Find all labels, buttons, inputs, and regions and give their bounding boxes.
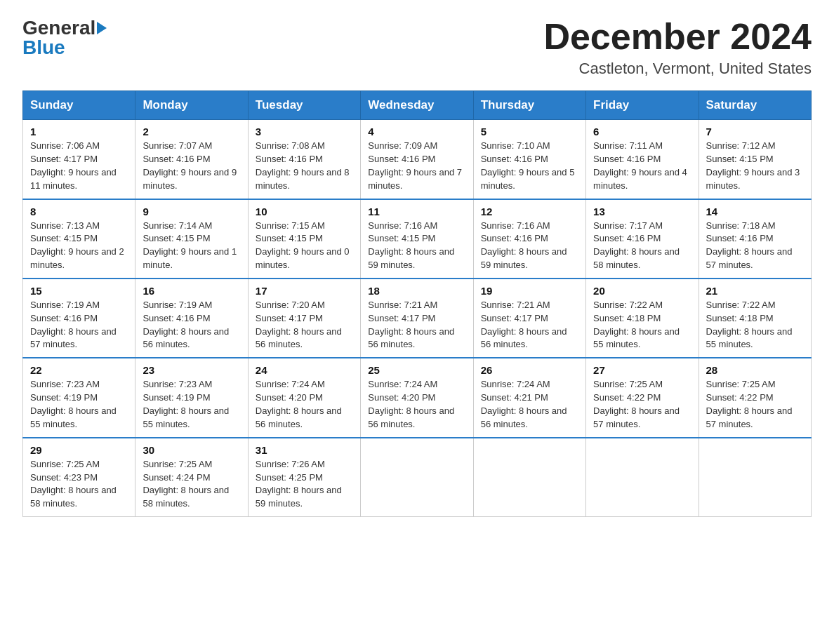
day-info: Sunrise: 7:07 AMSunset: 4:16 PMDaylight:…: [143, 140, 240, 192]
day-info: Sunrise: 7:19 AMSunset: 4:16 PMDaylight:…: [143, 299, 240, 351]
day-info: Sunrise: 7:25 AMSunset: 4:22 PMDaylight:…: [706, 378, 804, 431]
day-number: 17: [256, 285, 353, 297]
day-info: Sunrise: 7:24 AMSunset: 4:20 PMDaylight:…: [256, 378, 353, 431]
calendar-cell: 3Sunrise: 7:08 AMSunset: 4:16 PMDaylight…: [248, 120, 360, 199]
day-info: Sunrise: 7:21 AMSunset: 4:17 PMDaylight:…: [368, 299, 465, 351]
calendar-cell: 18Sunrise: 7:21 AMSunset: 4:17 PMDayligh…: [361, 279, 473, 358]
calendar-cell: 23Sunrise: 7:23 AMSunset: 4:19 PMDayligh…: [135, 358, 248, 437]
day-info: Sunrise: 7:20 AMSunset: 4:17 PMDaylight:…: [256, 299, 353, 351]
calendar-header-row: SundayMondayTuesdayWednesdayThursdayFrid…: [23, 91, 812, 120]
day-info: Sunrise: 7:09 AMSunset: 4:16 PMDaylight:…: [368, 140, 465, 192]
logo-blue-text: Blue: [22, 36, 65, 59]
calendar-cell: 20Sunrise: 7:22 AMSunset: 4:18 PMDayligh…: [586, 279, 699, 358]
day-header-sunday: Sunday: [23, 91, 135, 120]
calendar-cell: 6Sunrise: 7:11 AMSunset: 4:16 PMDaylight…: [586, 120, 699, 199]
day-info: Sunrise: 7:26 AMSunset: 4:25 PMDaylight:…: [256, 458, 353, 511]
day-info: Sunrise: 7:12 AMSunset: 4:15 PMDaylight:…: [706, 140, 804, 192]
calendar-cell: 12Sunrise: 7:16 AMSunset: 4:16 PMDayligh…: [473, 199, 585, 279]
calendar-cell: [361, 438, 473, 517]
day-info: Sunrise: 7:14 AMSunset: 4:15 PMDaylight:…: [143, 220, 240, 272]
day-info: Sunrise: 7:13 AMSunset: 4:15 PMDaylight:…: [30, 220, 128, 272]
calendar-cell: 5Sunrise: 7:10 AMSunset: 4:16 PMDaylight…: [473, 120, 585, 199]
day-number: 2: [143, 126, 240, 137]
calendar-cell: 30Sunrise: 7:25 AMSunset: 4:24 PMDayligh…: [135, 438, 248, 517]
day-number: 8: [30, 206, 128, 217]
day-number: 4: [368, 126, 465, 137]
calendar-cell: 24Sunrise: 7:24 AMSunset: 4:20 PMDayligh…: [248, 358, 360, 437]
day-number: 25: [368, 364, 465, 376]
calendar-cell: 1Sunrise: 7:06 AMSunset: 4:17 PMDaylight…: [23, 120, 135, 199]
calendar-week-row: 8Sunrise: 7:13 AMSunset: 4:15 PMDaylight…: [23, 199, 812, 279]
day-number: 1: [30, 126, 128, 137]
day-info: Sunrise: 7:22 AMSunset: 4:18 PMDaylight:…: [593, 299, 691, 351]
calendar-cell: 2Sunrise: 7:07 AMSunset: 4:16 PMDaylight…: [135, 120, 248, 199]
day-info: Sunrise: 7:15 AMSunset: 4:15 PMDaylight:…: [256, 220, 353, 272]
day-number: 19: [481, 285, 578, 297]
day-number: 23: [143, 364, 240, 376]
day-header-wednesday: Wednesday: [361, 91, 473, 120]
calendar-cell: 27Sunrise: 7:25 AMSunset: 4:22 PMDayligh…: [586, 358, 699, 437]
day-info: Sunrise: 7:11 AMSunset: 4:16 PMDaylight:…: [593, 140, 691, 192]
calendar-cell: 15Sunrise: 7:19 AMSunset: 4:16 PMDayligh…: [23, 279, 135, 358]
day-info: Sunrise: 7:17 AMSunset: 4:16 PMDaylight:…: [593, 220, 691, 272]
calendar-cell: 19Sunrise: 7:21 AMSunset: 4:17 PMDayligh…: [473, 279, 585, 358]
day-number: 21: [706, 285, 804, 297]
day-info: Sunrise: 7:21 AMSunset: 4:17 PMDaylight:…: [481, 299, 578, 351]
calendar-cell: 14Sunrise: 7:18 AMSunset: 4:16 PMDayligh…: [699, 199, 811, 279]
logo-arrow-icon: [97, 22, 107, 34]
calendar-week-row: 15Sunrise: 7:19 AMSunset: 4:16 PMDayligh…: [23, 279, 812, 358]
day-header-tuesday: Tuesday: [248, 91, 360, 120]
day-number: 18: [368, 285, 465, 297]
calendar-cell: 29Sunrise: 7:25 AMSunset: 4:23 PMDayligh…: [23, 438, 135, 517]
day-info: Sunrise: 7:08 AMSunset: 4:16 PMDaylight:…: [256, 140, 353, 192]
calendar-cell: 8Sunrise: 7:13 AMSunset: 4:15 PMDaylight…: [23, 199, 135, 279]
day-number: 15: [30, 285, 128, 297]
day-info: Sunrise: 7:19 AMSunset: 4:16 PMDaylight:…: [30, 299, 128, 351]
calendar-cell: 22Sunrise: 7:23 AMSunset: 4:19 PMDayligh…: [23, 358, 135, 437]
day-number: 7: [706, 126, 804, 137]
page-header: General Blue December 2024 Castleton, Ve…: [22, 17, 812, 78]
day-number: 27: [593, 364, 691, 376]
calendar-cell: 11Sunrise: 7:16 AMSunset: 4:15 PMDayligh…: [361, 199, 473, 279]
day-number: 12: [481, 206, 578, 217]
day-info: Sunrise: 7:25 AMSunset: 4:23 PMDaylight:…: [30, 458, 128, 511]
day-info: Sunrise: 7:25 AMSunset: 4:24 PMDaylight:…: [143, 458, 240, 511]
day-number: 5: [481, 126, 578, 137]
day-number: 24: [256, 364, 353, 376]
day-number: 9: [143, 206, 240, 217]
day-number: 16: [143, 285, 240, 297]
day-info: Sunrise: 7:24 AMSunset: 4:20 PMDaylight:…: [368, 378, 465, 431]
calendar-cell: 10Sunrise: 7:15 AMSunset: 4:15 PMDayligh…: [248, 199, 360, 279]
day-info: Sunrise: 7:24 AMSunset: 4:21 PMDaylight:…: [481, 378, 578, 431]
day-header-thursday: Thursday: [473, 91, 585, 120]
calendar-cell: 31Sunrise: 7:26 AMSunset: 4:25 PMDayligh…: [248, 438, 360, 517]
calendar-cell: 21Sunrise: 7:22 AMSunset: 4:18 PMDayligh…: [699, 279, 811, 358]
location-title: Castleton, Vermont, United States: [543, 60, 812, 78]
day-info: Sunrise: 7:16 AMSunset: 4:15 PMDaylight:…: [368, 220, 465, 272]
day-info: Sunrise: 7:06 AMSunset: 4:17 PMDaylight:…: [30, 140, 128, 192]
calendar-cell: 7Sunrise: 7:12 AMSunset: 4:15 PMDaylight…: [699, 120, 811, 199]
calendar-week-row: 22Sunrise: 7:23 AMSunset: 4:19 PMDayligh…: [23, 358, 812, 437]
day-info: Sunrise: 7:25 AMSunset: 4:22 PMDaylight:…: [593, 378, 691, 431]
day-number: 28: [706, 364, 804, 376]
calendar-cell: 25Sunrise: 7:24 AMSunset: 4:20 PMDayligh…: [361, 358, 473, 437]
day-info: Sunrise: 7:23 AMSunset: 4:19 PMDaylight:…: [30, 378, 128, 431]
calendar-cell: 17Sunrise: 7:20 AMSunset: 4:17 PMDayligh…: [248, 279, 360, 358]
month-title: December 2024: [543, 17, 812, 57]
calendar-cell: 4Sunrise: 7:09 AMSunset: 4:16 PMDaylight…: [361, 120, 473, 199]
day-number: 29: [30, 444, 128, 456]
calendar-table: SundayMondayTuesdayWednesdayThursdayFrid…: [22, 90, 812, 517]
day-number: 30: [143, 444, 240, 456]
calendar-week-row: 1Sunrise: 7:06 AMSunset: 4:17 PMDaylight…: [23, 120, 812, 199]
day-info: Sunrise: 7:16 AMSunset: 4:16 PMDaylight:…: [481, 220, 578, 272]
day-info: Sunrise: 7:10 AMSunset: 4:16 PMDaylight:…: [481, 140, 578, 192]
calendar-cell: 16Sunrise: 7:19 AMSunset: 4:16 PMDayligh…: [135, 279, 248, 358]
day-number: 13: [593, 206, 691, 217]
day-header-friday: Friday: [586, 91, 699, 120]
day-number: 11: [368, 206, 465, 217]
day-header-monday: Monday: [135, 91, 248, 120]
day-header-saturday: Saturday: [699, 91, 811, 120]
day-number: 22: [30, 364, 128, 376]
day-number: 26: [481, 364, 578, 376]
logo: General Blue: [22, 17, 108, 59]
